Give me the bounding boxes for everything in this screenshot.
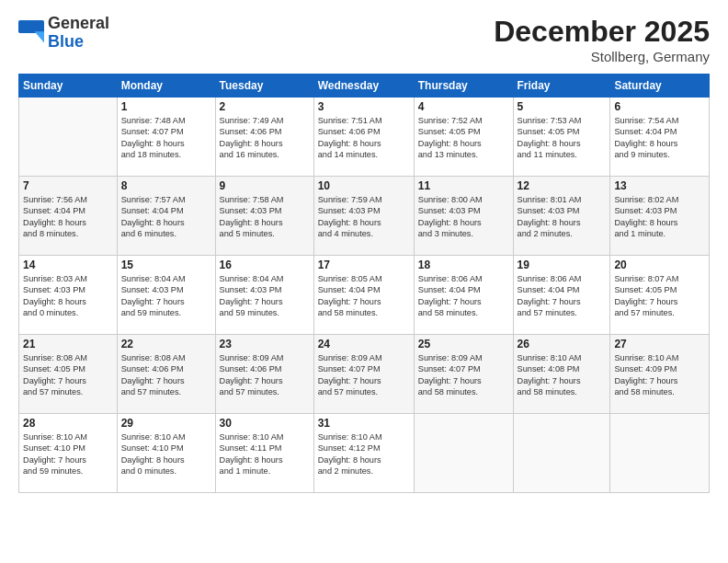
day-info: Sunrise: 8:01 AM Sunset: 4:03 PM Dayligh… — [518, 194, 607, 240]
table-row: 18Sunrise: 8:06 AM Sunset: 4:04 PM Dayli… — [414, 256, 513, 335]
header-sunday: Sunday — [19, 75, 118, 98]
day-info: Sunrise: 7:56 AM Sunset: 4:04 PM Dayligh… — [23, 194, 113, 240]
table-row: 11Sunrise: 8:00 AM Sunset: 4:03 PM Dayli… — [414, 177, 513, 256]
day-info: Sunrise: 7:54 AM Sunset: 4:04 PM Dayligh… — [614, 115, 705, 161]
day-number: 26 — [518, 338, 607, 350]
table-row: 23Sunrise: 8:09 AM Sunset: 4:06 PM Dayli… — [215, 335, 313, 414]
svg-marker-1 — [35, 31, 45, 42]
day-info: Sunrise: 7:58 AM Sunset: 4:03 PM Dayligh… — [220, 194, 310, 240]
day-info: Sunrise: 8:04 AM Sunset: 4:03 PM Dayligh… — [220, 273, 310, 319]
day-number: 30 — [220, 417, 310, 430]
day-info: Sunrise: 8:09 AM Sunset: 4:07 PM Dayligh… — [318, 352, 410, 398]
day-info: Sunrise: 8:10 AM Sunset: 4:10 PM Dayligh… — [121, 431, 211, 477]
day-number: 12 — [518, 179, 607, 192]
table-row: 13Sunrise: 8:02 AM Sunset: 4:03 PM Dayli… — [610, 177, 710, 256]
day-number: 20 — [614, 259, 705, 271]
day-info: Sunrise: 8:10 AM Sunset: 4:12 PM Dayligh… — [318, 431, 410, 477]
day-number: 2 — [220, 100, 310, 113]
day-number: 3 — [318, 100, 410, 113]
day-info: Sunrise: 8:10 AM Sunset: 4:09 PM Dayligh… — [614, 352, 705, 398]
day-info: Sunrise: 7:48 AM Sunset: 4:07 PM Dayligh… — [121, 115, 211, 161]
logo-general: General — [48, 14, 109, 32]
table-row: 15Sunrise: 8:04 AM Sunset: 4:03 PM Dayli… — [117, 256, 215, 335]
day-info: Sunrise: 8:06 AM Sunset: 4:04 PM Dayligh… — [418, 273, 509, 319]
header-tuesday: Tuesday — [215, 75, 313, 98]
table-row: 28Sunrise: 8:10 AM Sunset: 4:10 PM Dayli… — [19, 414, 118, 493]
day-info: Sunrise: 8:06 AM Sunset: 4:04 PM Dayligh… — [518, 273, 607, 319]
day-number: 18 — [418, 259, 509, 271]
day-number: 9 — [220, 179, 310, 192]
day-number: 5 — [518, 100, 607, 113]
header-saturday: Saturday — [610, 75, 710, 98]
table-row: 6Sunrise: 7:54 AM Sunset: 4:04 PM Daylig… — [610, 98, 710, 177]
day-info: Sunrise: 8:10 AM Sunset: 4:08 PM Dayligh… — [518, 352, 607, 398]
day-info: Sunrise: 7:49 AM Sunset: 4:06 PM Dayligh… — [220, 115, 310, 161]
day-number: 15 — [121, 259, 211, 271]
day-info: Sunrise: 8:10 AM Sunset: 4:11 PM Dayligh… — [220, 431, 310, 477]
svg-rect-0 — [18, 20, 44, 33]
day-number: 22 — [121, 338, 211, 350]
day-info: Sunrise: 8:10 AM Sunset: 4:10 PM Dayligh… — [23, 431, 113, 477]
logo-icon — [18, 20, 44, 46]
day-info: Sunrise: 8:07 AM Sunset: 4:05 PM Dayligh… — [614, 273, 705, 319]
day-number: 4 — [418, 100, 509, 113]
table-row: 12Sunrise: 8:01 AM Sunset: 4:03 PM Dayli… — [513, 177, 610, 256]
calendar-week-row: 21Sunrise: 8:08 AM Sunset: 4:05 PM Dayli… — [19, 335, 710, 414]
calendar-week-row: 7Sunrise: 7:56 AM Sunset: 4:04 PM Daylig… — [19, 177, 710, 256]
location: Stollberg, Germany — [494, 49, 710, 64]
day-number: 16 — [220, 259, 310, 271]
day-number: 27 — [614, 338, 705, 350]
table-row: 16Sunrise: 8:04 AM Sunset: 4:03 PM Dayli… — [215, 256, 313, 335]
day-number: 13 — [614, 179, 705, 192]
header-wednesday: Wednesday — [313, 75, 414, 98]
calendar-table: Sunday Monday Tuesday Wednesday Thursday… — [18, 74, 710, 493]
calendar-page: General Blue December 2025 Stollberg, Ge… — [0, 0, 728, 563]
day-info: Sunrise: 7:57 AM Sunset: 4:04 PM Dayligh… — [121, 194, 211, 240]
day-info: Sunrise: 8:05 AM Sunset: 4:04 PM Dayligh… — [318, 273, 410, 319]
table-row: 17Sunrise: 8:05 AM Sunset: 4:04 PM Dayli… — [313, 256, 414, 335]
table-row: 1Sunrise: 7:48 AM Sunset: 4:07 PM Daylig… — [117, 98, 215, 177]
table-row: 5Sunrise: 7:53 AM Sunset: 4:05 PM Daylig… — [513, 98, 610, 177]
month-title: December 2025 — [494, 15, 710, 49]
day-number: 8 — [121, 179, 211, 192]
day-info: Sunrise: 8:08 AM Sunset: 4:06 PM Dayligh… — [121, 352, 211, 398]
day-info: Sunrise: 8:04 AM Sunset: 4:03 PM Dayligh… — [121, 273, 211, 319]
calendar-week-row: 14Sunrise: 8:03 AM Sunset: 4:03 PM Dayli… — [19, 256, 710, 335]
day-number: 11 — [418, 179, 509, 192]
table-row: 3Sunrise: 7:51 AM Sunset: 4:06 PM Daylig… — [313, 98, 414, 177]
day-number: 14 — [23, 259, 113, 271]
table-row: 22Sunrise: 8:08 AM Sunset: 4:06 PM Dayli… — [117, 335, 215, 414]
header: General Blue December 2025 Stollberg, Ge… — [18, 15, 710, 64]
table-row: 4Sunrise: 7:52 AM Sunset: 4:05 PM Daylig… — [414, 98, 513, 177]
table-row: 7Sunrise: 7:56 AM Sunset: 4:04 PM Daylig… — [19, 177, 118, 256]
table-row: 30Sunrise: 8:10 AM Sunset: 4:11 PM Dayli… — [215, 414, 313, 493]
table-row: 21Sunrise: 8:08 AM Sunset: 4:05 PM Dayli… — [19, 335, 118, 414]
day-number: 17 — [318, 259, 410, 271]
table-row: 31Sunrise: 8:10 AM Sunset: 4:12 PM Dayli… — [313, 414, 414, 493]
logo: General Blue — [18, 15, 109, 52]
calendar-week-row: 1Sunrise: 7:48 AM Sunset: 4:07 PM Daylig… — [19, 98, 710, 177]
logo-blue: Blue — [48, 32, 84, 51]
table-row: 26Sunrise: 8:10 AM Sunset: 4:08 PM Dayli… — [513, 335, 610, 414]
day-info: Sunrise: 7:59 AM Sunset: 4:03 PM Dayligh… — [318, 194, 410, 240]
table-row: 10Sunrise: 7:59 AM Sunset: 4:03 PM Dayli… — [313, 177, 414, 256]
day-info: Sunrise: 7:52 AM Sunset: 4:05 PM Dayligh… — [418, 115, 509, 161]
day-number: 31 — [318, 417, 410, 430]
day-info: Sunrise: 8:00 AM Sunset: 4:03 PM Dayligh… — [418, 194, 509, 240]
day-number: 24 — [318, 338, 410, 350]
table-row: 8Sunrise: 7:57 AM Sunset: 4:04 PM Daylig… — [117, 177, 215, 256]
table-row: 27Sunrise: 8:10 AM Sunset: 4:09 PM Dayli… — [610, 335, 710, 414]
calendar-week-row: 28Sunrise: 8:10 AM Sunset: 4:10 PM Dayli… — [19, 414, 710, 493]
table-row: 19Sunrise: 8:06 AM Sunset: 4:04 PM Dayli… — [513, 256, 610, 335]
day-number: 23 — [220, 338, 310, 350]
day-info: Sunrise: 8:09 AM Sunset: 4:07 PM Dayligh… — [418, 352, 509, 398]
day-number: 21 — [23, 338, 113, 350]
day-number: 1 — [121, 100, 211, 113]
table-row — [513, 414, 610, 493]
day-info: Sunrise: 8:03 AM Sunset: 4:03 PM Dayligh… — [23, 273, 113, 319]
title-block: December 2025 Stollberg, Germany — [494, 15, 710, 64]
table-row: 2Sunrise: 7:49 AM Sunset: 4:06 PM Daylig… — [215, 98, 313, 177]
day-number: 7 — [23, 179, 113, 192]
day-number: 28 — [23, 417, 113, 430]
header-friday: Friday — [513, 75, 610, 98]
